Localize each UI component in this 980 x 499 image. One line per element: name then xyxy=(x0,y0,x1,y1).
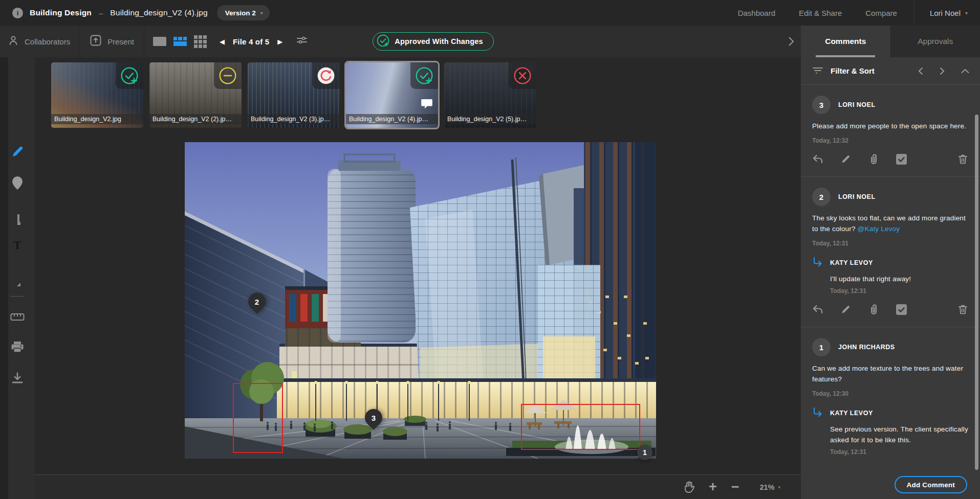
in-review-icon xyxy=(218,66,237,85)
info-icon[interactable]: i xyxy=(12,8,23,18)
reply-timestamp: Today, 12:31 xyxy=(830,448,970,456)
chevron-up-icon[interactable] xyxy=(961,68,970,74)
toolbar-divider xyxy=(144,26,144,57)
thumbnail-filename: Building_design_V2 (4).jp… xyxy=(346,114,438,124)
reply-arrow-icon xyxy=(812,407,823,419)
delete-trash-icon[interactable] xyxy=(958,304,968,315)
avatar: 3 xyxy=(812,96,831,114)
reply-body: I'll update that right away! xyxy=(830,274,970,284)
zoom-level-dropdown[interactable]: 21% ▾ xyxy=(759,483,780,491)
zoom-in-button[interactable]: + xyxy=(709,479,717,495)
text-tool[interactable]: T xyxy=(13,239,21,252)
comment-actions xyxy=(812,304,970,315)
top-bar: i Building Design – Building_design_V2 (… xyxy=(0,0,980,26)
print-button[interactable] xyxy=(11,341,24,355)
thumbnail-filename: Building_design_V2 (5).jp… xyxy=(444,114,536,124)
annotation-rectangle-right[interactable] xyxy=(521,404,640,450)
attachment-paperclip-icon[interactable] xyxy=(868,304,879,315)
single-view-icon[interactable] xyxy=(153,37,166,46)
comment-marker-2[interactable]: 2 xyxy=(245,289,269,314)
mention-link[interactable]: @Katy Levoy xyxy=(858,225,900,233)
nav-divider xyxy=(914,0,914,26)
tools-strip xyxy=(8,57,35,499)
pin-tool[interactable] xyxy=(11,176,24,192)
tab-approvals[interactable]: Approvals xyxy=(890,26,980,57)
download-button[interactable] xyxy=(11,372,24,386)
comments-list: 3 LORI NOEL Please add more people to th… xyxy=(801,85,980,471)
app-window: i Building Design – Building_design_V2 (… xyxy=(0,0,980,499)
comment-author: JOHN RICHARDS xyxy=(838,344,895,351)
comment-marker-3[interactable]: 3 xyxy=(361,405,386,430)
attachment-paperclip-icon[interactable] xyxy=(868,153,879,165)
filmstrip-view-icon[interactable] xyxy=(173,37,187,46)
delete-trash-icon[interactable] xyxy=(958,154,968,165)
grid-view-icon[interactable] xyxy=(194,35,207,48)
thumbnail-file-4-selected[interactable]: Building_design_V2 (4).jp… xyxy=(346,62,438,128)
comment-bubble-icon xyxy=(421,98,433,111)
nav-dashboard[interactable]: Dashboard xyxy=(738,9,775,17)
panel-scrollbar[interactable] xyxy=(975,115,978,470)
comment-thread-3[interactable]: 3 LORI NOEL Please add more people to th… xyxy=(801,85,980,177)
reply-body: See previous version. The client specifi… xyxy=(830,424,970,445)
thumbnail-filename: Building_design_V2.jpg xyxy=(51,114,143,124)
needs-changes-icon xyxy=(316,66,336,85)
version-dropdown[interactable]: Version 2 ▾ xyxy=(217,5,270,20)
sort-filter-icon[interactable] xyxy=(296,35,308,48)
pan-hand-icon[interactable] xyxy=(683,481,694,493)
tools-sidebar: T xyxy=(0,57,35,499)
filter-lines-icon[interactable] xyxy=(812,65,823,77)
design-render-image[interactable]: 2 3 1 xyxy=(185,142,656,459)
previous-file-icon[interactable]: ◀ xyxy=(216,36,228,48)
resolve-checkbox-icon[interactable] xyxy=(896,154,907,165)
reply-icon[interactable] xyxy=(812,304,823,314)
present-button[interactable]: Present xyxy=(79,26,144,57)
comment-thread-2[interactable]: 2 LORI NOEL The sky looks too flat, can … xyxy=(801,177,980,327)
version-label: Version 2 xyxy=(225,9,256,17)
comment-body: Please add more people to the open space… xyxy=(812,121,970,131)
thumbnail-file-2[interactable]: Building_design_V2 (2).jp… xyxy=(149,62,242,128)
tab-comments[interactable]: Comments xyxy=(801,26,890,57)
comment-actions xyxy=(812,153,970,165)
annotation-rectangle-left[interactable] xyxy=(233,383,283,453)
resolve-checkbox-icon[interactable] xyxy=(896,304,907,315)
ruler-tool[interactable] xyxy=(10,312,25,324)
add-comment-button[interactable]: Add Comment xyxy=(895,476,967,493)
approved-with-changes-icon xyxy=(415,66,434,85)
edit-pencil-icon[interactable] xyxy=(841,154,851,164)
file-navigation: ◀ File 4 of 5 ▶ xyxy=(216,36,286,48)
chevron-right-icon[interactable] xyxy=(788,35,795,50)
comment-author: LORI NOEL xyxy=(838,101,876,108)
present-icon xyxy=(90,34,102,49)
caret-down-icon: ▾ xyxy=(778,485,780,490)
reply-author: KATY LEVOY xyxy=(830,410,873,417)
nav-edit-share[interactable]: Edit & Share xyxy=(799,9,842,17)
present-label: Present xyxy=(107,37,134,46)
comment-reply: KATY LEVOY See previous version. The cli… xyxy=(812,407,970,456)
thumbnail-file-3[interactable]: Building_design_V2 (3).jp… xyxy=(248,62,340,128)
next-file-icon[interactable]: ▶ xyxy=(274,36,286,48)
chevron-right-icon[interactable] xyxy=(939,66,945,76)
thumbnail-file-1[interactable]: Building_design_V2.jpg xyxy=(51,62,143,128)
approval-status-badge[interactable]: Approved With Changes xyxy=(373,32,493,51)
chevron-left-icon[interactable] xyxy=(918,66,924,76)
edit-pencil-icon[interactable] xyxy=(841,304,851,314)
status-badge-label: Approved With Changes xyxy=(395,37,483,46)
filter-sort-bar: Filter & Sort xyxy=(801,57,980,85)
comment-thread-1[interactable]: 1 JOHN RICHARDS Can we add more texture … xyxy=(801,327,980,467)
reply-icon[interactable] xyxy=(812,154,823,164)
user-menu[interactable]: Lori Noel ▾ xyxy=(930,9,968,17)
pencil-tool[interactable] xyxy=(11,145,24,161)
zoom-toolbar: + − 21% ▾ xyxy=(35,474,801,499)
comment-marker-1[interactable]: 1 xyxy=(637,445,652,460)
rejected-icon xyxy=(513,66,532,85)
avatar: 2 xyxy=(812,188,831,206)
panel-footer: Add Comment xyxy=(801,471,980,499)
zoom-out-button[interactable]: − xyxy=(731,479,739,495)
nav-compare[interactable]: Compare xyxy=(865,9,897,17)
thumbnail-file-5[interactable]: Building_design_V2 (5).jp… xyxy=(444,62,536,128)
comment-timestamp: Today, 12:32 xyxy=(812,137,970,144)
collaborators-button[interactable]: Collaborators xyxy=(0,26,79,57)
sidebar-divider xyxy=(10,296,25,297)
rectangle-tool[interactable] xyxy=(17,215,19,224)
file-name: Building_design_V2 (4).jpg xyxy=(110,8,207,17)
